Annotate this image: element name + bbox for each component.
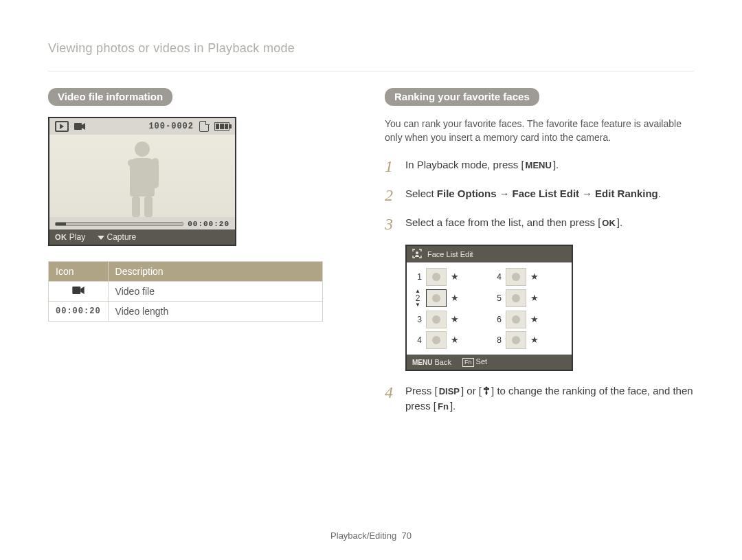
- table-header-icon: Icon: [49, 262, 109, 282]
- movie-icon: [72, 286, 85, 295]
- star-icon: ★: [530, 314, 539, 324]
- star-icon: ★: [451, 314, 459, 324]
- svg-point-5: [487, 388, 489, 390]
- breadcrumb: Viewing photos or videos in Playback mod…: [48, 41, 694, 56]
- intro-text: You can rank your favorite faces. The fa…: [385, 117, 694, 145]
- face-row-selected: ▲2▼★: [414, 289, 485, 308]
- step-number: 4: [385, 383, 397, 414]
- step-text: Press [DISP] or [] to change the ranking…: [405, 383, 694, 414]
- face-row: 4★: [414, 331, 485, 349]
- table-cell-desc: Video length: [108, 302, 322, 322]
- star-icon: ★: [530, 335, 539, 345]
- table-header-desc: Description: [108, 262, 322, 282]
- face-list-title: Face List Edit: [427, 250, 473, 258]
- camera-lcd-video: 100-0002 00:00:20: [48, 117, 236, 246]
- page-footer: Playback/Editing 70: [0, 530, 742, 541]
- face-row: 6★: [493, 311, 565, 328]
- table-row: Video file: [49, 282, 323, 302]
- movie-icon: [74, 122, 85, 131]
- face-thumb: [426, 331, 447, 349]
- star-icon: ★: [451, 271, 459, 282]
- icon-description-table: Icon Description Video file 00:00:20 Vid…: [48, 261, 323, 322]
- face-row: 3★: [414, 311, 485, 328]
- lcd-set-hint: Fn Set: [462, 357, 487, 367]
- face-row: 5★: [493, 289, 565, 308]
- fn-button-label: Fn: [436, 400, 450, 414]
- battery-icon: [214, 122, 229, 131]
- menu-button-label: MENU: [524, 159, 553, 172]
- star-icon: ★: [451, 293, 459, 303]
- macro-flower-icon: [482, 385, 491, 396]
- face-thumb: [506, 289, 526, 307]
- camera-lcd-face-list: Face List Edit 1★ 4★ ▲2▼★ 5★ 3★ 6★ 4★ 8★…: [405, 245, 573, 371]
- divider: [48, 71, 694, 71]
- table-cell-desc: Video file: [108, 282, 322, 302]
- silhouette-person: [118, 142, 166, 217]
- svg-rect-1: [72, 287, 80, 294]
- file-number: 100-0002: [148, 122, 194, 131]
- face-row: 1★: [414, 268, 485, 286]
- star-icon: ★: [451, 335, 459, 345]
- section-pill-ranking-faces: Ranking your favorite faces: [385, 88, 539, 106]
- step-text: In Playback mode, press [MENU].: [405, 157, 694, 175]
- down-triangle-icon: [98, 236, 104, 240]
- elapsed-time: 00:00:20: [188, 220, 229, 228]
- time-icon-cell: 00:00:20: [49, 302, 109, 322]
- progress-bar: [55, 222, 183, 226]
- table-row: 00:00:20 Video length: [49, 302, 323, 322]
- face-thumb: [506, 268, 526, 286]
- face-row: 8★: [493, 331, 565, 349]
- face-detection-icon: [412, 249, 422, 260]
- svg-rect-0: [74, 123, 82, 130]
- step-number: 2: [385, 186, 397, 204]
- face-thumb: [506, 331, 526, 349]
- video-preview-image: [49, 135, 235, 217]
- face-thumb: [426, 289, 447, 307]
- playback-mode-icon: [55, 121, 69, 132]
- lcd-ok-hint: OK Play: [55, 232, 85, 242]
- face-row: 4★: [493, 268, 565, 286]
- svg-point-4: [484, 388, 486, 390]
- step-number: 1: [385, 157, 397, 175]
- star-icon: ★: [530, 293, 539, 303]
- svg-point-6: [485, 386, 487, 388]
- step-text: Select a face from the list, and then pr…: [405, 215, 694, 233]
- disp-button-label: DISP: [438, 385, 461, 399]
- lcd-back-hint: MENU Back: [412, 358, 451, 366]
- sd-card-icon: [199, 121, 209, 132]
- lcd-capture-hint: Capture: [98, 232, 136, 242]
- ok-button-label: OK: [600, 216, 617, 230]
- face-thumb: [426, 268, 447, 286]
- step-text: Select File Options→Face List Edit→Edit …: [405, 186, 694, 204]
- face-thumb: [426, 311, 447, 328]
- star-icon: ★: [530, 271, 539, 282]
- step-number: 3: [385, 215, 397, 233]
- svg-point-2: [416, 251, 418, 254]
- section-pill-video-info: Video file information: [48, 88, 172, 106]
- face-thumb: [506, 311, 526, 328]
